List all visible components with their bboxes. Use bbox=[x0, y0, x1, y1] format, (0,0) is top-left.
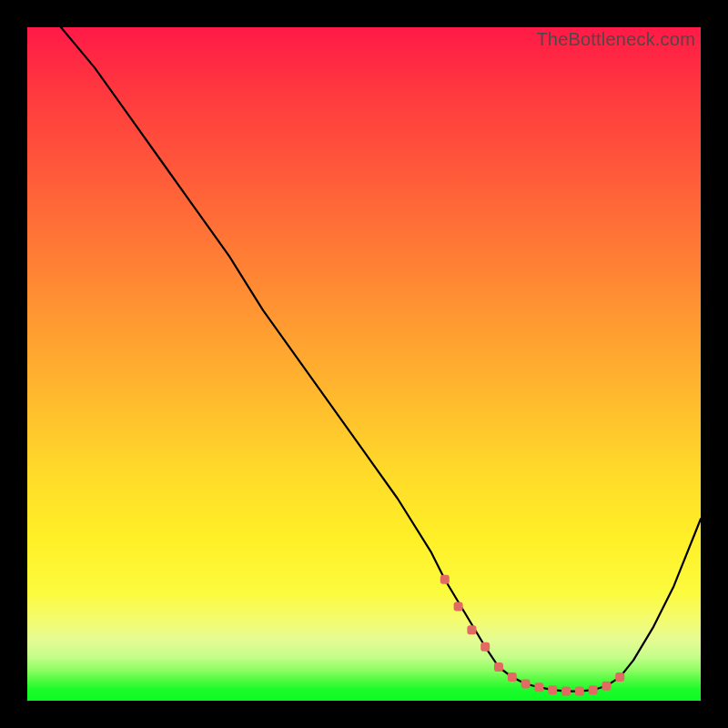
marker-dot bbox=[440, 575, 450, 584]
marker-dot bbox=[508, 672, 517, 682]
marker-dot bbox=[521, 680, 531, 689]
plot-area: TheBottleneck.com bbox=[27, 27, 701, 701]
marker-dot bbox=[548, 685, 557, 694]
marker-dot bbox=[602, 682, 611, 691]
marker-dot bbox=[561, 687, 571, 696]
marker-dot bbox=[467, 625, 476, 634]
marker-dot bbox=[494, 662, 503, 672]
marker-dot bbox=[480, 642, 490, 652]
marker-dot bbox=[575, 687, 584, 696]
chart-svg bbox=[27, 27, 701, 701]
chart-frame: TheBottleneck.com bbox=[0, 0, 728, 728]
marker-dot bbox=[534, 682, 543, 692]
marker-dot bbox=[615, 672, 624, 682]
highlight-markers bbox=[440, 575, 624, 696]
bottleneck-curve bbox=[61, 27, 701, 692]
marker-dot bbox=[589, 685, 598, 694]
marker-dot bbox=[454, 602, 463, 611]
